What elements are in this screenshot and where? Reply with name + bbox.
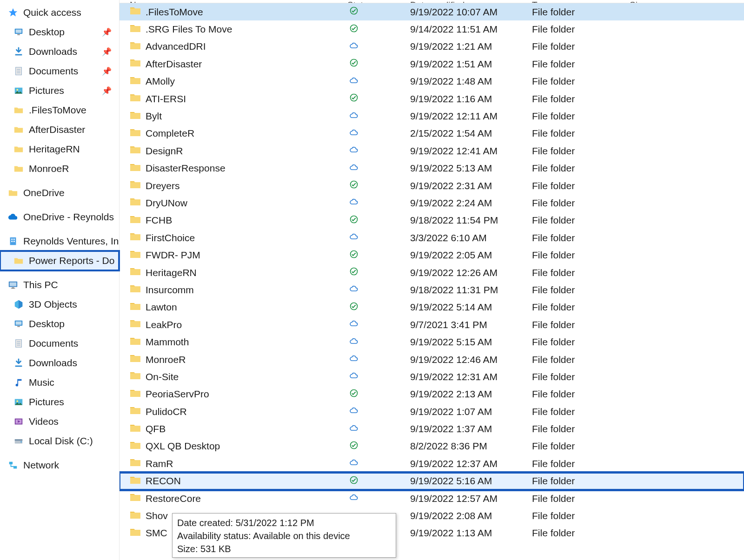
- sidebar-item-power-reports[interactable]: Power Reports - Do: [0, 251, 119, 270]
- table-row[interactable]: RestoreCore 9/19/2022 12:57 AMFile folde…: [120, 490, 744, 507]
- sidebar-item-onedrive-reynolds[interactable]: OneDrive - Reynolds: [0, 207, 119, 227]
- sidebar-item-filestomove[interactable]: .FilesToMove: [0, 100, 119, 120]
- pictures-icon: [13, 396, 24, 408]
- file-name: PulidoCR: [146, 406, 187, 417]
- table-row[interactable]: PulidoCR 9/19/2022 1:07 AMFile folder: [120, 403, 744, 420]
- sidebar-item-pictures2[interactable]: Pictures: [0, 392, 119, 412]
- table-row[interactable]: DesignR 9/19/2022 12:41 AMFile folder: [120, 142, 744, 159]
- table-row[interactable]: DisasterResponse 9/19/2022 5:13 AMFile f…: [120, 160, 744, 177]
- file-type: File folder: [529, 232, 627, 244]
- cloud-status-icon: [349, 111, 359, 122]
- sidebar-item-downloads[interactable]: Downloads📌: [0, 42, 119, 61]
- sidebar-item-downloads2[interactable]: Downloads: [0, 353, 119, 373]
- file-type: File folder: [529, 423, 627, 435]
- table-row[interactable]: RamR 9/19/2022 12:37 AMFile folder: [120, 455, 744, 472]
- table-row[interactable]: FWDR- PJM 9/19/2022 2:05 AMFile folder: [120, 246, 744, 264]
- table-row[interactable]: DryUNow 9/19/2022 2:24 AMFile folder: [120, 194, 744, 211]
- file-name: AdvancedDRI: [146, 41, 206, 52]
- table-row[interactable]: Dreyers 9/19/2022 2:31 AMFile folder: [120, 177, 744, 194]
- table-row[interactable]: Mammoth 9/19/2022 5:15 AMFile folder: [120, 333, 744, 350]
- column-type[interactable]: Type: [529, 0, 627, 3]
- sidebar-item-onedrive[interactable]: OneDrive: [0, 183, 119, 203]
- column-headers[interactable]: Name Status Date modified Type Size: [120, 0, 744, 3]
- star-icon: [7, 7, 19, 18]
- file-name: FCHB: [146, 215, 172, 226]
- file-type: File folder: [529, 267, 627, 278]
- sidebar-item-reynolds-ventures[interactable]: Reynolds Ventures, In: [0, 231, 119, 251]
- svg-rect-35: [9, 462, 13, 465]
- downloads-icon: [13, 46, 24, 57]
- table-row[interactable]: On-Site 9/19/2022 12:31 AMFile folder: [120, 368, 744, 385]
- synced-status-icon: [349, 215, 359, 226]
- file-type: File folder: [529, 111, 627, 122]
- table-row[interactable]: QXL QB Desktop 8/2/2022 8:36 PMFile fold…: [120, 438, 744, 455]
- sidebar-item-videos[interactable]: Videos: [0, 412, 119, 431]
- column-size[interactable]: Size: [627, 0, 744, 3]
- table-row[interactable]: Insurcomm 9/18/2022 11:31 PMFile folder: [120, 281, 744, 298]
- table-row[interactable]: AfterDisaster 9/19/2022 1:51 AMFile fold…: [120, 55, 744, 72]
- file-type: File folder: [529, 319, 627, 330]
- sidebar-item-localdisk[interactable]: Local Disk (C:): [0, 431, 119, 451]
- sidebar-item-desktop2[interactable]: Desktop: [0, 314, 119, 334]
- column-date[interactable]: Date modified: [407, 0, 529, 3]
- table-row[interactable]: AdvancedDRI 9/19/2022 1:21 AMFile folder: [120, 38, 744, 55]
- folder-icon: [130, 336, 141, 349]
- file-date: 9/14/2022 11:51 AM: [407, 24, 529, 35]
- table-row[interactable]: Bylt 9/19/2022 12:11 AMFile folder: [120, 107, 744, 125]
- file-date: 9/19/2022 1:48 AM: [407, 76, 529, 87]
- folder-icon: [130, 283, 141, 296]
- table-row[interactable]: HeritageRN 9/19/2022 12:26 AMFile folder: [120, 264, 744, 281]
- table-row[interactable]: .SRG Files To Move 9/14/2022 11:51 AMFil…: [120, 20, 744, 38]
- table-row[interactable]: ATI-ERSI 9/19/2022 1:16 AMFile folder: [120, 90, 744, 107]
- cloud-status-icon: [349, 319, 359, 330]
- navigation-pane: Quick access Desktop📌Downloads📌Documents…: [0, 0, 120, 560]
- folder-icon: [13, 255, 24, 266]
- cloud-status-icon: [349, 284, 359, 295]
- sidebar-item-monroer[interactable]: MonroeR: [0, 159, 119, 178]
- folder-icon: [13, 124, 24, 135]
- file-type: File folder: [529, 371, 627, 382]
- folder-icon: [130, 92, 141, 105]
- table-row[interactable]: CompleteR 2/15/2022 1:54 AMFile folder: [120, 125, 744, 142]
- file-type: File folder: [529, 215, 627, 226]
- sidebar-item-label: Downloads: [29, 357, 77, 369]
- table-row[interactable]: LeakPro 9/7/2021 3:41 PMFile folder: [120, 316, 744, 333]
- cloud-status-icon: [349, 232, 359, 243]
- sidebar-item-heritagern[interactable]: HeritageRN: [0, 139, 119, 159]
- column-name[interactable]: Name: [127, 0, 345, 3]
- sidebar-item-3d[interactable]: 3D Objects: [0, 295, 119, 314]
- sidebar-item-pictures[interactable]: Pictures📌: [0, 81, 119, 100]
- file-name: FirstChoice: [146, 232, 195, 244]
- sidebar-item-desktop[interactable]: Desktop📌: [0, 22, 119, 42]
- table-row[interactable]: Lawton 9/19/2022 5:14 AMFile folder: [120, 299, 744, 316]
- power-reports-label: Power Reports - Do: [29, 255, 114, 266]
- sidebar-item-afterdisaster[interactable]: AfterDisaster: [0, 120, 119, 139]
- table-row[interactable]: QFB 9/19/2022 1:37 AMFile folder: [120, 420, 744, 437]
- file-name: ATI-ERSI: [146, 93, 186, 105]
- table-row[interactable]: FCHB 9/18/2022 11:54 PMFile folder: [120, 212, 744, 229]
- table-row[interactable]: RECON 9/19/2022 5:16 AMFile folder: [120, 473, 744, 490]
- file-type: File folder: [529, 41, 627, 52]
- file-type: File folder: [529, 336, 627, 348]
- file-type: File folder: [529, 406, 627, 417]
- sidebar-item-quick-access[interactable]: Quick access: [0, 3, 119, 22]
- table-row[interactable]: MonroeR 9/19/2022 12:46 AMFile folder: [120, 351, 744, 368]
- table-row[interactable]: AMolly 9/19/2022 1:48 AMFile folder: [120, 73, 744, 90]
- folder-icon: [13, 163, 24, 174]
- sidebar-item-network[interactable]: Network: [0, 455, 119, 475]
- file-type: File folder: [529, 441, 627, 452]
- folder-icon: [130, 58, 141, 70]
- file-date: 9/7/2021 3:41 PM: [407, 319, 529, 330]
- svg-rect-22: [17, 326, 20, 327]
- table-row[interactable]: PeoriaServPro 9/19/2022 2:13 AMFile fold…: [120, 386, 744, 403]
- file-type: File folder: [529, 458, 627, 469]
- sidebar-item-documents[interactable]: Documents📌: [0, 61, 119, 81]
- table-row[interactable]: FirstChoice 3/3/2022 6:10 AMFile folder: [120, 229, 744, 246]
- synced-status-icon: [349, 267, 359, 278]
- column-status[interactable]: Status: [345, 0, 407, 3]
- sidebar-item-music[interactable]: Music: [0, 373, 119, 392]
- table-row[interactable]: .FilesToMove 9/19/2022 10:07 AMFile fold…: [120, 3, 744, 20]
- sidebar-item-this-pc[interactable]: This PC: [0, 275, 119, 295]
- sidebar-item-documents2[interactable]: Documents: [0, 334, 119, 353]
- file-date: 9/19/2022 1:07 AM: [407, 406, 529, 417]
